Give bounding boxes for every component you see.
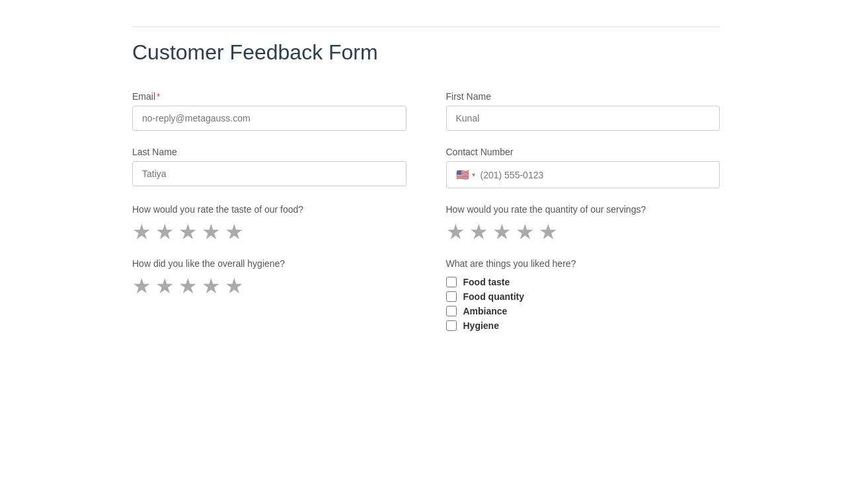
servings-stars: ★ ★ ★ ★ ★	[446, 221, 720, 242]
checkbox-ambiance-label: Ambiance	[463, 306, 508, 316]
hygiene-star-3[interactable]: ★	[178, 275, 198, 297]
liked-things-section: What are things you liked here? Food tas…	[446, 258, 720, 331]
checkbox-food-taste: Food taste	[446, 277, 720, 287]
checkbox-hygiene-input[interactable]	[446, 320, 457, 331]
food-taste-star-3[interactable]: ★	[178, 221, 198, 242]
checkbox-hygiene: Hygiene	[446, 320, 720, 331]
email-field-container: Email*	[132, 91, 407, 131]
email-input[interactable]	[132, 106, 407, 131]
checkbox-food-quantity: Food quantity	[446, 291, 720, 302]
hygiene-star-2[interactable]: ★	[155, 275, 174, 297]
last-name-field-container: Last Name	[132, 147, 407, 188]
page-title: Customer Feedback Form	[132, 40, 720, 65]
phone-number-input[interactable]	[481, 170, 711, 180]
flag-us-icon: 🇺🇸	[456, 168, 469, 181]
checkbox-food-quantity-label: Food quantity	[463, 291, 525, 302]
phone-input-wrapper: 🇺🇸 ▾	[446, 161, 720, 188]
food-taste-star-2[interactable]: ★	[155, 221, 174, 242]
servings-rating: How would you rate the quantity of our s…	[446, 204, 720, 242]
servings-question: How would you rate the quantity of our s…	[446, 204, 720, 215]
phone-dropdown-button[interactable]: ▾	[472, 171, 475, 178]
checkbox-food-quantity-input[interactable]	[446, 291, 457, 302]
checkbox-hygiene-label: Hygiene	[463, 320, 499, 331]
hygiene-star-1[interactable]: ★	[132, 275, 151, 297]
food-taste-question: How would you rate the taste of our food…	[132, 204, 407, 215]
first-name-label: First Name	[446, 91, 720, 102]
hygiene-star-4[interactable]: ★	[202, 275, 221, 297]
checkbox-ambiance-input[interactable]	[446, 306, 457, 316]
liked-things-question: What are things you liked here?	[446, 258, 720, 269]
servings-star-3[interactable]: ★	[492, 221, 512, 242]
last-name-label: Last Name	[132, 147, 407, 157]
food-taste-star-5[interactable]: ★	[225, 221, 244, 242]
last-name-input[interactable]	[132, 161, 407, 186]
food-taste-stars: ★ ★ ★ ★ ★	[132, 221, 407, 242]
first-name-field-container: First Name	[446, 91, 720, 131]
servings-star-5[interactable]: ★	[539, 221, 558, 242]
servings-star-1[interactable]: ★	[446, 221, 465, 242]
hygiene-star-5[interactable]: ★	[225, 275, 244, 297]
food-taste-star-1[interactable]: ★	[132, 221, 151, 242]
checkbox-ambiance: Ambiance	[446, 306, 720, 316]
first-name-input[interactable]	[446, 106, 720, 131]
contact-number-field-container: Contact Number 🇺🇸 ▾	[446, 147, 720, 188]
servings-star-2[interactable]: ★	[469, 221, 488, 242]
food-taste-rating: How would you rate the taste of our food…	[132, 204, 407, 242]
email-label: Email*	[132, 91, 407, 102]
food-taste-star-4[interactable]: ★	[202, 221, 221, 242]
contact-number-label: Contact Number	[446, 147, 720, 157]
hygiene-stars: ★ ★ ★ ★ ★	[132, 275, 407, 297]
checkbox-food-taste-label: Food taste	[463, 277, 510, 287]
servings-star-4[interactable]: ★	[516, 221, 535, 242]
hygiene-rating: How did you like the overall hygiene? ★ …	[132, 258, 407, 331]
checkbox-food-taste-input[interactable]	[446, 277, 457, 287]
required-indicator: *	[157, 91, 160, 102]
hygiene-question: How did you like the overall hygiene?	[132, 258, 407, 269]
